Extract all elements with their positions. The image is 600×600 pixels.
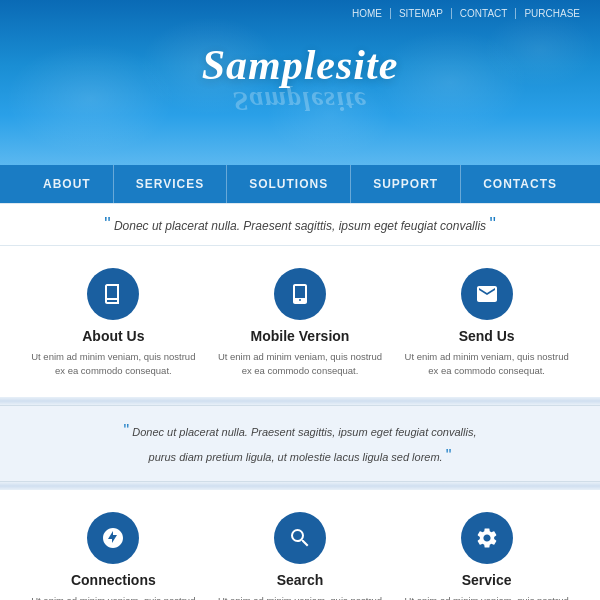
close-quote-2: " (446, 447, 452, 464)
nav-support[interactable]: SUPPORT (351, 165, 461, 203)
feature-desc-about: Ut enim ad minim veniam, quis nostrud ex… (29, 350, 197, 379)
feature-title-connections: Connections (71, 572, 156, 588)
site-title-reflect: Samplesite (233, 85, 367, 117)
feature-desc-mobile: Ut enim ad minim veniam, quis nostrud ex… (216, 350, 384, 379)
feature-icon-service (461, 512, 513, 564)
feature-section-2: Connections Ut enim ad minim veniam, qui… (0, 490, 600, 600)
quote-banner-2: " Donec ut placerat nulla. Praesent sagi… (0, 405, 600, 482)
feature-desc-sendus: Ut enim ad minim veniam, quis nostrud ex… (403, 350, 571, 379)
feature-connections: Connections Ut enim ad minim veniam, qui… (29, 512, 197, 600)
main-nav: ABOUT SERVICES SOLUTIONS SUPPORT CONTACT… (0, 165, 600, 203)
quote-text-2: Donec ut placerat nulla. Praesent sagitt… (132, 426, 476, 464)
open-quote-2: " (124, 422, 130, 439)
close-quote-1: " (489, 214, 495, 234)
feature-title-mobile: Mobile Version (251, 328, 350, 344)
feature-icon-book (87, 268, 139, 320)
feature-desc-search: Ut enim ad minim veniam, quis nostrud ex… (216, 594, 384, 600)
feature-mobile: Mobile Version Ut enim ad minim veniam, … (216, 268, 384, 379)
feature-desc-connections: Ut enim ad minim veniam, quis nostrud ex… (29, 594, 197, 600)
feature-title-search: Search (277, 572, 324, 588)
nav-about[interactable]: ABOUT (21, 165, 114, 203)
nav-contacts[interactable]: CONTACTS (461, 165, 579, 203)
header: HOME SITEMAP CONTACT PURCHASE Samplesite… (0, 0, 600, 165)
feature-title-service: Service (462, 572, 512, 588)
feature-icon-search (274, 512, 326, 564)
quote-banner-1: " Donec ut placerat nulla. Praesent sagi… (0, 203, 600, 246)
feature-section-1: About Us Ut enim ad minim veniam, quis n… (0, 246, 600, 397)
header-bg (0, 0, 600, 165)
nav-solutions[interactable]: SOLUTIONS (227, 165, 351, 203)
open-quote-1: " (104, 214, 110, 234)
feature-service: Service Ut enim ad minim veniam, quis no… (403, 512, 571, 600)
feature-icon-mail (461, 268, 513, 320)
feature-title-about: About Us (82, 328, 144, 344)
divider-band-1 (0, 397, 600, 405)
feature-sendus: Send Us Ut enim ad minim veniam, quis no… (403, 268, 571, 379)
divider-band-2 (0, 482, 600, 490)
nav-services[interactable]: SERVICES (114, 165, 227, 203)
feature-icon-connections (87, 512, 139, 564)
feature-desc-service: Ut enim ad minim veniam, quis nostrud ex… (403, 594, 571, 600)
feature-search: Search Ut enim ad minim veniam, quis nos… (216, 512, 384, 600)
feature-title-sendus: Send Us (459, 328, 515, 344)
feature-about-us: About Us Ut enim ad minim veniam, quis n… (29, 268, 197, 379)
feature-icon-mobile (274, 268, 326, 320)
quote-text-1: Donec ut placerat nulla. Praesent sagitt… (114, 219, 486, 233)
